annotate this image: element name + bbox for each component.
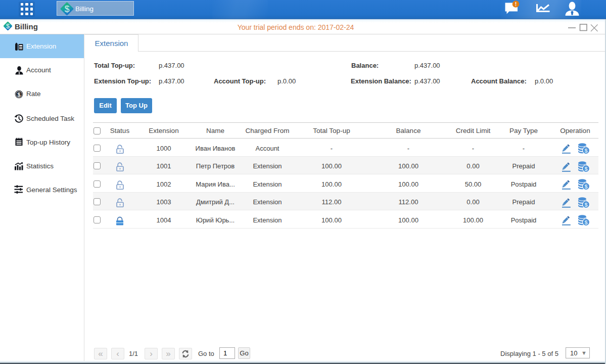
svg-text:$: $	[584, 148, 587, 154]
svg-text:$: $	[584, 184, 587, 190]
svg-text:$: $	[65, 4, 70, 14]
svg-text:$: $	[584, 165, 587, 171]
svg-text:$: $	[584, 201, 587, 207]
svg-text:!: !	[515, 1, 517, 7]
svg-text:$: $	[17, 92, 21, 98]
svg-text:$: $	[584, 219, 587, 225]
